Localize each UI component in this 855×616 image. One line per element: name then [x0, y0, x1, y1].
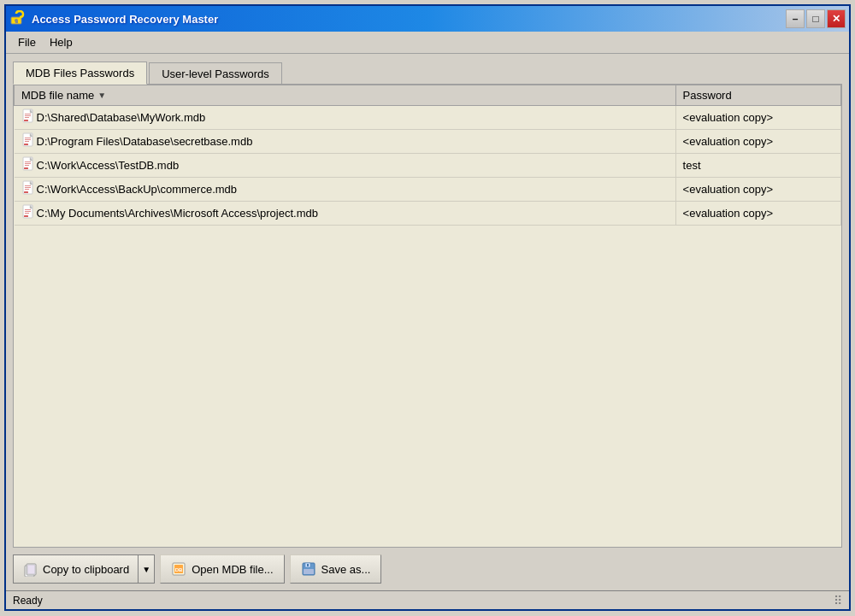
status-text: Ready: [13, 595, 43, 607]
svg-text:DB: DB: [175, 567, 183, 572]
table-row[interactable]: C:\My Documents\Archives\Microsoft Acces…: [15, 202, 841, 226]
table-cell-password: <evaluation copy>: [675, 130, 840, 154]
table-cell-password: <evaluation copy>: [675, 106, 840, 130]
resize-grip: ⠿: [834, 594, 842, 607]
save-as-label: Save as...: [321, 563, 371, 576]
svg-rect-30: [24, 191, 28, 193]
tab-user-level[interactable]: User-level Passwords: [149, 62, 282, 85]
window-title: Access Password Recovery Master: [32, 13, 786, 26]
col-header-password[interactable]: Password: [675, 85, 840, 106]
filename-text: D:\Shared\Database\MyWork.mdb: [37, 111, 206, 124]
filename-text: C:\Work\Access\TestDB.mdb: [37, 159, 180, 172]
table-scroll-area[interactable]: MDB file name ▼ Password: [14, 85, 841, 547]
tab-bar: MDB Files Passwords User-level Passwords: [13, 61, 842, 84]
sort-arrow-icon: ▼: [97, 91, 106, 100]
svg-rect-13: [25, 138, 31, 138]
menu-help[interactable]: Help: [43, 34, 80, 50]
svg-rect-20: [25, 161, 31, 162]
svg-rect-9: [24, 120, 28, 121]
svg-rect-7: [25, 115, 31, 116]
main-content: MDB Files Passwords User-level Passwords…: [6, 54, 849, 590]
col-header-filename[interactable]: MDB file name ▼: [15, 85, 676, 106]
titlebar: Access Password Recovery Master – □ ✕: [6, 6, 849, 32]
svg-rect-35: [25, 211, 31, 212]
copy-clipboard-group: Copy to clipboard ▼: [13, 554, 155, 584]
app-icon: [9, 10, 27, 27]
copy-button-label: Copy to clipboard: [43, 563, 129, 576]
svg-rect-16: [24, 144, 28, 145]
filename-text: C:\My Documents\Archives\Microsoft Acces…: [37, 207, 318, 220]
svg-rect-36: [25, 213, 29, 214]
filename-text: D:\Program Files\Database\secretbase.mdb: [37, 135, 253, 148]
files-table: MDB file name ▼ Password: [14, 85, 841, 226]
file-icon: [21, 132, 37, 150]
open-mdb-icon: DB: [171, 561, 186, 577]
svg-rect-21: [25, 163, 31, 164]
window-controls: – □ ✕: [786, 9, 846, 28]
table-cell-password: <evaluation copy>: [675, 202, 840, 226]
close-button[interactable]: ✕: [827, 9, 846, 28]
menubar: File Help: [6, 32, 849, 54]
table-cell-filename: C:\Work\Access\TestDB.mdb: [15, 154, 676, 178]
table-cell-filename: C:\Work\Access\BackUp\commerce.mdb: [15, 178, 676, 202]
copy-dropdown-arrow[interactable]: ▼: [138, 554, 155, 584]
svg-rect-34: [25, 209, 31, 210]
table-body: D:\Shared\Database\MyWork.mdb<evaluation…: [15, 106, 841, 226]
copy-icon: [22, 561, 38, 577]
open-mdb-button[interactable]: DB Open MDB file...: [160, 554, 284, 584]
svg-rect-8: [25, 117, 29, 118]
save-icon: [301, 561, 316, 577]
filename-text: C:\Work\Access\BackUp\commerce.mdb: [37, 183, 238, 196]
svg-rect-22: [25, 165, 29, 166]
svg-rect-28: [25, 187, 31, 188]
svg-rect-14: [25, 139, 31, 140]
svg-rect-27: [25, 185, 31, 186]
table-row[interactable]: C:\Work\Access\TestDB.mdbtest: [15, 154, 841, 178]
menu-file[interactable]: File: [11, 34, 43, 50]
svg-rect-6: [25, 114, 31, 114]
svg-rect-46: [304, 569, 314, 574]
svg-rect-15: [25, 141, 29, 142]
minimize-button[interactable]: –: [786, 9, 805, 28]
file-icon: [21, 180, 37, 198]
file-icon: [21, 204, 37, 222]
tab-mdb-files[interactable]: MDB Files Passwords: [13, 62, 147, 85]
svg-rect-37: [24, 215, 28, 217]
table-row[interactable]: D:\Program Files\Database\secretbase.mdb…: [15, 130, 841, 154]
table-cell-filename: D:\Program Files\Database\secretbase.mdb: [15, 130, 676, 154]
svg-rect-2: [15, 21, 18, 23]
table-row[interactable]: D:\Shared\Database\MyWork.mdb<evaluation…: [15, 106, 841, 130]
table-cell-filename: D:\Shared\Database\MyWork.mdb: [15, 106, 676, 130]
maximize-button[interactable]: □: [806, 9, 825, 28]
svg-rect-23: [24, 167, 28, 169]
file-icon: [21, 109, 37, 126]
bottom-button-bar: Copy to clipboard ▼ DB Open MDB file...: [13, 554, 842, 584]
table-panel: MDB file name ▼ Password: [13, 84, 842, 548]
copy-to-clipboard-button[interactable]: Copy to clipboard: [13, 554, 138, 584]
open-mdb-label: Open MDB file...: [192, 563, 273, 576]
table-row[interactable]: C:\Work\Access\BackUp\commerce.mdb<evalu…: [15, 178, 841, 202]
file-icon: [21, 156, 37, 174]
table-header-row: MDB file name ▼ Password: [15, 85, 841, 106]
table-cell-filename: C:\My Documents\Archives\Microsoft Acces…: [15, 202, 676, 226]
svg-rect-47: [307, 564, 309, 566]
save-as-button[interactable]: Save as...: [290, 554, 382, 584]
svg-rect-29: [25, 189, 29, 190]
svg-rect-40: [27, 565, 35, 574]
main-window: Access Password Recovery Master – □ ✕ Fi…: [4, 4, 851, 611]
statusbar: Ready ⠿: [6, 590, 849, 609]
table-cell-password: test: [675, 154, 840, 178]
table-cell-password: <evaluation copy>: [675, 178, 840, 202]
